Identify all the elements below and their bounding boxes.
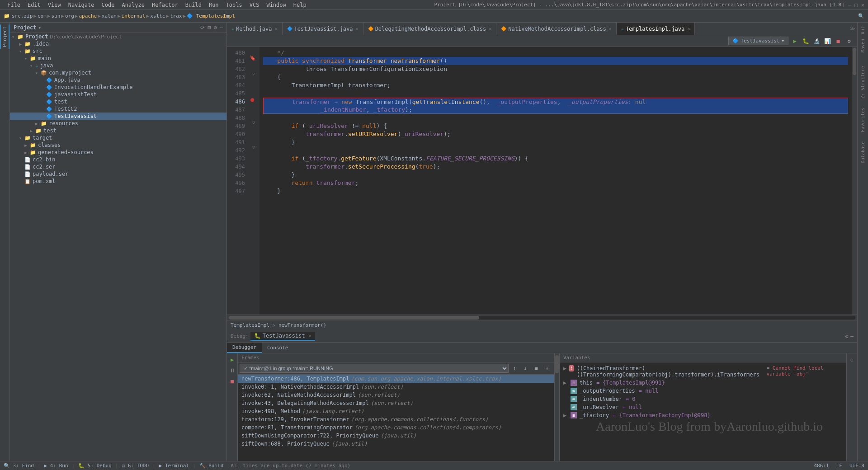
tree-resources[interactable]: ▶ 📁 resources [10, 120, 226, 127]
breadcrumb-internal[interactable]: internal [122, 13, 146, 19]
tree-javassist-test[interactable]: 🔷 javassistTest [10, 91, 226, 98]
frame-item-1[interactable]: invoke0:-1, NativeMethodAccessorImpl (su… [238, 383, 554, 391]
menu-navigate[interactable]: Navigate [65, 1, 98, 9]
breadcrumb-xalan[interactable]: xalan [102, 13, 117, 19]
scrollbar-thumb[interactable] [853, 48, 856, 75]
tab-close-delegating[interactable]: ✕ [489, 26, 491, 31]
fold-483[interactable]: ▽ [252, 71, 255, 76]
right-strip-structure[interactable]: Z: Structure [859, 64, 866, 100]
run-button[interactable]: ▶ [790, 37, 799, 46]
frames-filter-btn[interactable]: ≡ [531, 363, 541, 373]
debug-minimize-icon[interactable]: — [850, 333, 854, 339]
var-expand-this[interactable]: ▶ [563, 380, 569, 386]
menu-file[interactable]: File [4, 1, 24, 9]
frame-item-0[interactable]: newTransformer:486, TemplatesImpl (com.s… [238, 375, 554, 383]
frames-up-btn[interactable]: ↑ [509, 363, 519, 373]
tree-app-java[interactable]: 🔷 App.java [10, 76, 226, 84]
status-build[interactable]: 🔨 Build [199, 463, 224, 469]
debug-tab-close[interactable]: ✕ [309, 333, 311, 338]
var-expand-chained[interactable]: ▶ [563, 365, 567, 371]
tab-overflow-icon[interactable]: ≫ [850, 26, 855, 32]
frame-item-8[interactable]: siftDown:688, PriorityQueue (java.util) [238, 440, 554, 448]
sync-icon[interactable]: ⟳ [200, 24, 205, 31]
tree-idea[interactable]: ▶ 📁 .idea [10, 40, 226, 47]
menu-view[interactable]: View [44, 1, 65, 9]
h-scrollbar-thumb[interactable] [229, 316, 479, 320]
menu-help[interactable]: Help [290, 1, 310, 9]
status-debug[interactable]: 🐛 5: Debug [78, 463, 112, 469]
breadcrumb-apache[interactable]: apache [79, 13, 97, 19]
frame-item-7[interactable]: siftDownUsingComparator:722, PriorityQue… [238, 432, 554, 440]
profile-button[interactable]: 📊 [823, 37, 832, 46]
breadcrumb-templatesimpl[interactable]: 🔷 TemplatesImpl [187, 13, 235, 19]
debug-inner-tab-console[interactable]: Console [262, 343, 293, 353]
tree-test[interactable]: 🔷 test [10, 98, 226, 105]
frames-down-btn[interactable]: ↓ [520, 363, 530, 373]
vars-camera-icon[interactable]: ⊕ [848, 355, 857, 364]
menu-code[interactable]: Code [98, 1, 118, 9]
tree-invocation-handler[interactable]: 🔷 InvocationHandlerExample [10, 84, 226, 91]
tree-src[interactable]: ▾ 📁 src [10, 47, 226, 55]
frames-scrollbar[interactable] [554, 353, 560, 461]
right-strip-ant[interactable]: Ant [859, 24, 866, 36]
pause-button[interactable]: ⏸ [228, 366, 237, 375]
menu-tools[interactable]: Tools [222, 1, 246, 9]
right-strip-favorites[interactable]: Favorites [859, 106, 866, 134]
var-item-this[interactable]: ▶ ≡ this = {TemplatesImpl@991} [561, 379, 844, 387]
tab-close-templatesimpl[interactable]: ✕ [687, 26, 690, 31]
frames-scrollbar-thumb[interactable] [555, 355, 559, 373]
right-strip-maven[interactable]: Maven [859, 37, 866, 54]
tab-testjavassist-java[interactable]: 🔷 TestJavassist.java ✕ [283, 23, 363, 35]
tree-pom-xml[interactable]: 📋 pom.xml [10, 178, 226, 185]
tab-close-testjavassist[interactable]: ✕ [356, 26, 359, 31]
stop-button[interactable]: ■ [834, 37, 843, 46]
var-item-tfactory[interactable]: ▶ ≡ _tfactory = {TransformerFactoryImpl@… [561, 411, 844, 419]
menu-edit[interactable]: Edit [24, 1, 44, 9]
var-expand-tfactory[interactable]: ▶ [563, 412, 569, 418]
tree-testjavassist[interactable]: 🔷 TestJavassist [10, 113, 226, 120]
breadcrumb-com[interactable]: com [38, 13, 47, 19]
thread-select[interactable]: ✓ *main*@1 in group *main*: RUNNING [240, 364, 509, 373]
horizontal-scrollbar[interactable] [227, 315, 857, 320]
settings-icon[interactable]: ⚙ [214, 24, 217, 31]
vertical-scrollbar[interactable] [852, 47, 857, 315]
tab-close-method[interactable]: ✕ [275, 26, 278, 31]
fold-493[interactable]: ▽ [252, 145, 255, 150]
tab-native-class[interactable]: 🔶 NativeMethodAccessorImpl.class ✕ [496, 23, 617, 35]
var-item-indentnumber[interactable]: · ∞ _indentNumber = 0 [561, 395, 844, 403]
tree-test-dir[interactable]: ▶ 📁 test [10, 127, 226, 134]
menu-vcs[interactable]: VCS [246, 1, 263, 9]
menu-run[interactable]: Run [205, 1, 222, 9]
debug-inner-tab-debugger[interactable]: Debugger [227, 343, 262, 353]
coverage-button[interactable]: 🔬 [812, 37, 821, 46]
status-todo[interactable]: ☑ 6: TODO [122, 463, 149, 469]
tree-payload-ser[interactable]: 📄 payload.ser [10, 170, 226, 178]
breadcrumb-xsltc[interactable]: xsltc [150, 13, 165, 19]
right-strip-database[interactable]: Database [859, 140, 866, 165]
breadcrumb-trax[interactable]: trax [170, 13, 182, 19]
menu-refactor[interactable]: Refactor [148, 1, 182, 9]
frame-item-3[interactable]: invoke:43, DelegatingMethodAccessorImpl … [238, 399, 554, 407]
tab-close-native[interactable]: ✕ [609, 26, 612, 31]
tree-classes[interactable]: ▶ 📁 classes [10, 141, 226, 149]
tree-generated-sources[interactable]: ▶ 📁 generated-sources [10, 149, 226, 156]
tree-cc2-ser[interactable]: 📄 cc2.ser [10, 163, 226, 170]
tree-testcc2[interactable]: 🔷 TestCC2 [10, 105, 226, 113]
frames-add-btn[interactable]: + [542, 363, 552, 373]
frame-item-4[interactable]: invoke:498, Method (java.lang.reflect) [238, 407, 554, 415]
breadcrumb-srczip[interactable]: src.zip [12, 13, 33, 19]
settings-toolbar-icon[interactable]: ⚙ [844, 37, 854, 46]
tree-com-myproject[interactable]: ▾ 📦 com.myproject [10, 69, 226, 76]
tree-main[interactable]: ▾ 📁 main [10, 55, 226, 62]
status-terminal[interactable]: ▶ Terminal [159, 463, 189, 469]
var-item-chained[interactable]: ▶ ! ((ChainedTransformer)((TransformingC… [561, 364, 844, 379]
tab-delegating-class[interactable]: 🔶 DelegatingMethodAccessorImpl.class ✕ [363, 23, 497, 35]
code-editor[interactable]: 480 481 482 483 484 485 486 487 488 489 [227, 47, 857, 315]
run-config-selector[interactable]: 🔷 TestJavassist ▾ [728, 37, 788, 45]
project-icon[interactable]: Project [0, 24, 9, 49]
menu-build[interactable]: Build [182, 1, 205, 9]
var-item-outputprops[interactable]: · ∞ _outputProperties = null [561, 387, 844, 395]
tree-project-root[interactable]: ▾ 📁 Project D:\code\JavaCode\Project [10, 33, 226, 40]
status-run[interactable]: ▶ 4: Run [44, 463, 68, 469]
breakpoint-486[interactable]: ● [250, 96, 254, 103]
